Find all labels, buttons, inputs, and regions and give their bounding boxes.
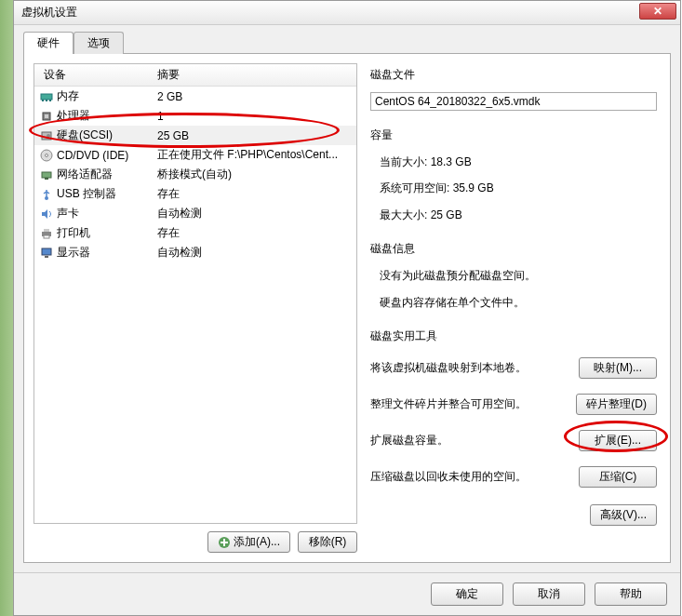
svg-rect-14 bbox=[44, 229, 49, 232]
list-header: 设备 摘要 bbox=[34, 64, 356, 87]
capacity-max: 最大大小: 25 GB bbox=[370, 206, 657, 224]
diskinfo-line1: 没有为此磁盘预分配磁盘空间。 bbox=[370, 266, 657, 285]
svg-rect-17 bbox=[45, 256, 48, 258]
device-list[interactable]: 设备 摘要 内存2 GB处理器1硬盘(SCSI)25 GBCD/DVD (IDE… bbox=[33, 63, 357, 524]
util-compact-desc: 压缩磁盘以回收未使用的空间。 bbox=[370, 469, 571, 485]
device-row[interactable]: 内存2 GB bbox=[34, 87, 356, 106]
defrag-button[interactable]: 碎片整理(D) bbox=[576, 394, 657, 415]
tab-hardware[interactable]: 硬件 bbox=[23, 32, 74, 54]
window-close-button[interactable]: ✕ bbox=[639, 3, 676, 20]
help-button[interactable]: 帮助 bbox=[595, 583, 667, 606]
titlebar: 虚拟机设置 ✕ bbox=[14, 1, 680, 25]
advanced-row: 高级(V)... bbox=[370, 499, 657, 526]
device-summary: 桥接模式(自动) bbox=[154, 167, 356, 182]
capacity-title: 容量 bbox=[370, 127, 657, 143]
net-icon bbox=[40, 168, 53, 181]
device-summary: 1 bbox=[154, 110, 356, 123]
remove-device-button[interactable]: 移除(R) bbox=[298, 531, 357, 553]
svg-point-7 bbox=[47, 134, 50, 138]
left-pane: 设备 摘要 内存2 GB处理器1硬盘(SCSI)25 GBCD/DVD (IDE… bbox=[33, 63, 357, 553]
device-summary: 自动检测 bbox=[154, 206, 356, 221]
svg-rect-3 bbox=[49, 100, 51, 101]
add-device-label: 添加(A)... bbox=[234, 534, 280, 550]
left-buttons: 添加(A)... 移除(R) bbox=[33, 531, 357, 553]
device-summary: 存在 bbox=[154, 225, 356, 241]
device-row[interactable]: CD/DVD (IDE)正在使用文件 F:\PHP\Centos\Cent... bbox=[34, 145, 356, 165]
device-row[interactable]: 显示器自动检测 bbox=[34, 243, 356, 262]
cancel-button[interactable]: 取消 bbox=[513, 583, 585, 606]
diskfile-title: 磁盘文件 bbox=[370, 67, 657, 83]
device-name: CD/DVD (IDE) bbox=[57, 149, 128, 162]
expand-button[interactable]: 扩展(E)... bbox=[579, 430, 657, 451]
util-map-desc: 将该虚拟机磁盘映射到本地卷。 bbox=[370, 360, 571, 376]
util-defrag-row: 整理文件碎片并整合可用空间。 碎片整理(D) bbox=[370, 390, 657, 419]
capacity-current: 当前大小: 18.3 GB bbox=[370, 153, 657, 171]
device-row[interactable]: USB 控制器存在 bbox=[34, 184, 356, 204]
svg-rect-11 bbox=[45, 178, 48, 180]
right-pane: 磁盘文件 容量 当前大小: 18.3 GB 系统可用空间: 35.9 GB 最大… bbox=[367, 63, 661, 553]
ok-button[interactable]: 确定 bbox=[431, 583, 503, 606]
svg-rect-1 bbox=[42, 100, 44, 101]
util-compact-row: 压缩磁盘以回收未使用的空间。 压缩(C) bbox=[370, 462, 657, 491]
device-summary: 自动检测 bbox=[154, 245, 356, 261]
diskinfo-line2: 硬盘内容存储在单个文件中。 bbox=[370, 293, 657, 312]
device-name: 打印机 bbox=[57, 225, 90, 241]
svg-point-9 bbox=[46, 154, 48, 156]
device-summary: 25 GB bbox=[154, 129, 356, 142]
panel-body: 设备 摘要 内存2 GB处理器1硬盘(SCSI)25 GBCD/DVD (IDE… bbox=[23, 53, 671, 563]
header-device: 设备 bbox=[34, 67, 154, 83]
util-expand-desc: 扩展磁盘容量。 bbox=[370, 433, 571, 449]
device-summary: 正在使用文件 F:\PHP\Centos\Cent... bbox=[154, 147, 356, 163]
add-device-button[interactable]: 添加(A)... bbox=[207, 531, 290, 553]
usb-icon bbox=[40, 188, 53, 201]
device-row[interactable]: 处理器1 bbox=[34, 106, 356, 126]
util-expand-row: 扩展磁盘容量。 扩展(E)... bbox=[370, 426, 657, 455]
disk-icon bbox=[40, 129, 53, 142]
device-name: 处理器 bbox=[57, 108, 90, 124]
device-name: 声卡 bbox=[57, 206, 79, 221]
util-title: 磁盘实用工具 bbox=[370, 328, 657, 344]
device-summary: 存在 bbox=[154, 186, 356, 202]
diskfile-input[interactable] bbox=[370, 92, 657, 111]
capacity-free: 系统可用空间: 35.9 GB bbox=[370, 179, 657, 197]
svg-rect-2 bbox=[46, 100, 47, 101]
tab-bar: 硬件 选项 bbox=[23, 31, 671, 53]
svg-rect-16 bbox=[42, 248, 51, 255]
diskinfo-title: 磁盘信息 bbox=[370, 241, 657, 257]
svg-rect-10 bbox=[42, 172, 51, 178]
sound-icon bbox=[40, 208, 53, 221]
svg-rect-15 bbox=[44, 235, 49, 238]
tab-options[interactable]: 选项 bbox=[74, 32, 124, 54]
device-name: 显示器 bbox=[57, 245, 90, 261]
vm-settings-window: 虚拟机设置 ✕ 硬件 选项 设备 摘要 内存2 GB处理器1硬盘(SCSI)25… bbox=[13, 0, 681, 616]
advanced-button[interactable]: 高级(V)... bbox=[590, 504, 657, 526]
svg-rect-5 bbox=[45, 114, 48, 118]
header-summary: 摘要 bbox=[154, 67, 356, 83]
cpu-icon bbox=[40, 110, 53, 123]
device-name: USB 控制器 bbox=[57, 186, 116, 202]
device-row[interactable]: 声卡自动检测 bbox=[34, 204, 356, 223]
memory-icon bbox=[40, 90, 53, 103]
printer-icon bbox=[40, 227, 53, 240]
window-title: 虚拟机设置 bbox=[21, 5, 77, 20]
device-name: 网络适配器 bbox=[57, 167, 113, 182]
device-row[interactable]: 硬盘(SCSI)25 GB bbox=[34, 126, 356, 145]
bottom-bar: 确定 取消 帮助 bbox=[14, 572, 680, 615]
device-name: 硬盘(SCSI) bbox=[57, 127, 113, 143]
add-icon bbox=[218, 536, 231, 549]
content-area: 硬件 选项 设备 摘要 内存2 GB处理器1硬盘(SCSI)25 GBCD/DV… bbox=[14, 25, 680, 572]
map-button[interactable]: 映射(M)... bbox=[579, 357, 657, 379]
device-row[interactable]: 打印机存在 bbox=[34, 223, 356, 243]
device-name: 内存 bbox=[57, 88, 79, 104]
util-defrag-desc: 整理文件碎片并整合可用空间。 bbox=[370, 396, 568, 412]
util-map-row: 将该虚拟机磁盘映射到本地卷。 映射(M)... bbox=[370, 354, 657, 382]
svg-rect-0 bbox=[41, 94, 52, 100]
device-row[interactable]: 网络适配器桥接模式(自动) bbox=[34, 165, 356, 184]
cd-icon bbox=[40, 149, 53, 162]
display-icon bbox=[40, 247, 53, 260]
device-summary: 2 GB bbox=[154, 90, 356, 103]
compact-button[interactable]: 压缩(C) bbox=[579, 466, 657, 488]
